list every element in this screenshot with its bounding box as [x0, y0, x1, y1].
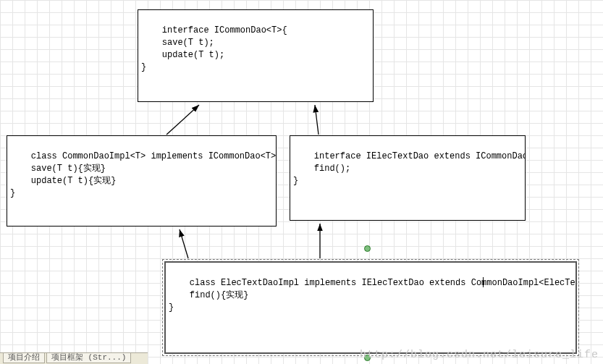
sheet-tab[interactable]: 项目框架 (Str...) — [46, 353, 131, 363]
sheet-tab[interactable]: 项目介绍 — [3, 353, 45, 363]
text-caret — [483, 277, 484, 287]
box-commondaoimpl[interactable]: class CommonDaoImpl<T> implements ICommo… — [7, 135, 277, 227]
box-icommondao[interactable]: interface ICommonDao<T>{ save(T t); upda… — [138, 9, 374, 102]
diagram-canvas[interactable]: interface ICommonDao<T>{ save(T t); upda… — [0, 0, 603, 364]
arrow — [315, 105, 319, 135]
box-text: class ElecTextDaoImpl implements IElecTe… — [169, 278, 577, 313]
box-text: class CommonDaoImpl<T> implements ICommo… — [10, 151, 277, 198]
watermark-text: http://blog.csdn.net/leisure_life — [360, 349, 599, 361]
arrow — [180, 229, 188, 258]
box-ielectextdao[interactable]: interface IElecTextDao extends ICommonDa… — [290, 135, 526, 221]
arrow — [166, 105, 199, 135]
box-electextdaoimpl[interactable]: class ElecTextDaoImpl implements IElecTe… — [164, 261, 577, 354]
box-text: interface ICommonDao<T>{ save(T t); upda… — [141, 25, 287, 72]
box-text: interface IElecTextDao extends ICommonDa… — [293, 151, 526, 186]
sheet-tab-bar[interactable]: 项目介绍项目框架 (Str...) — [0, 352, 148, 364]
selection-handle[interactable] — [364, 245, 371, 252]
